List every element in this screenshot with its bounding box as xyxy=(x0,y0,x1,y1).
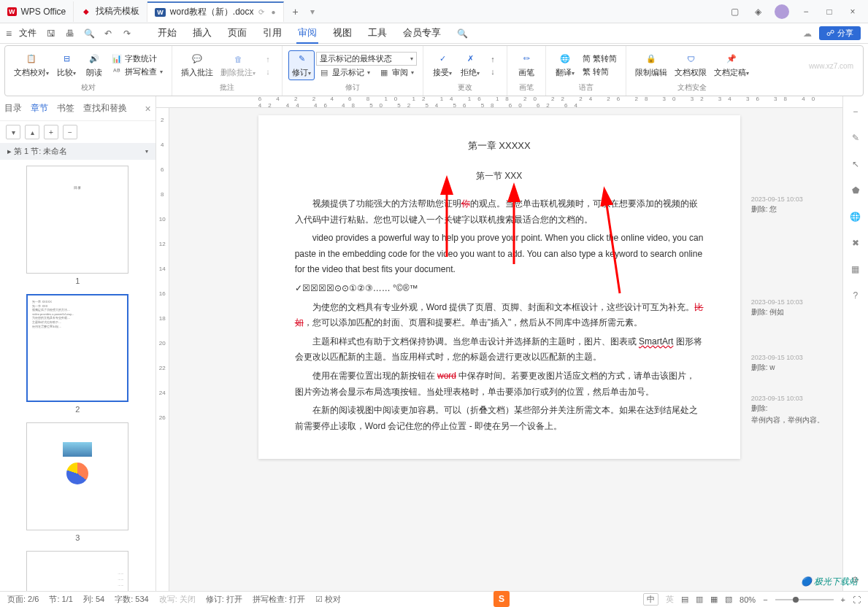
pen-icon[interactable]: ✎ xyxy=(849,131,862,144)
revision-item[interactable]: 2023-09-15 10:03 删除: 您 xyxy=(751,196,842,214)
view-read-icon[interactable]: ▥ xyxy=(696,595,703,604)
accept-button[interactable]: ✓接受▾ xyxy=(429,51,456,80)
avatar[interactable] xyxy=(775,4,789,19)
zoom-out-button[interactable]: − xyxy=(763,595,767,604)
zoom-slider[interactable] xyxy=(775,599,834,600)
cube-icon[interactable]: ◈ xyxy=(751,5,764,18)
status-overwrite[interactable]: 改写: 关闭 xyxy=(159,594,196,605)
undo-icon[interactable]: ↶ xyxy=(101,28,115,39)
thumbnail[interactable]: 3 xyxy=(12,422,144,542)
view-outline-icon[interactable]: ▧ xyxy=(725,595,732,604)
view-web-icon[interactable]: ▦ xyxy=(710,595,718,604)
delete-comment-button[interactable]: 🗑删除批注▾ xyxy=(218,51,258,80)
tab-tools[interactable]: 工具 xyxy=(366,23,388,44)
thumbnail[interactable]: 目录 1 xyxy=(12,166,144,285)
spell-check-button[interactable]: ᴬᴮ拼写检查▾ xyxy=(109,66,166,78)
show-markup-button[interactable]: ▤显示标记▾ xyxy=(316,66,373,79)
prev-comment-button[interactable]: ↑ xyxy=(260,53,276,65)
revision-item[interactable]: 2023-09-15 10:03 删除: w xyxy=(751,354,842,373)
close-window-button[interactable]: × xyxy=(846,5,859,18)
ruler-horizontal[interactable]: 6 4 2 2 4 6 8 10 12 14 16 18 20 22 24 26… xyxy=(156,96,842,108)
next-change-button[interactable]: ↓ xyxy=(485,66,501,77)
redo-icon[interactable]: ↷ xyxy=(120,28,134,39)
doc-proof-button[interactable]: 📋文档校对▾ xyxy=(11,51,52,80)
page[interactable]: 第一章 XXXXX 第一节 XXX 视频提供了功能强大的方法帮助您证明你的观点。… xyxy=(258,115,740,459)
globe-icon[interactable]: 🌐 xyxy=(849,210,862,223)
preview-icon[interactable]: 🔍 xyxy=(82,28,96,39)
tab-member[interactable]: 会员专享 xyxy=(402,23,442,44)
finalize-button[interactable]: 📌文档定稿▾ xyxy=(711,51,752,80)
ime-ch-button[interactable]: 中 xyxy=(643,593,658,606)
print-icon[interactable]: 🖶 xyxy=(63,28,77,39)
collapse-icon[interactable]: − xyxy=(849,105,862,118)
save-icon[interactable]: 🖫 xyxy=(44,28,58,39)
review-pane-button[interactable]: ▦审阅▾ xyxy=(376,66,417,79)
revision-item[interactable]: 2023-09-15 10:03 删除: 举例内容，举例内容。 xyxy=(751,395,842,425)
tab-page[interactable]: 页面 xyxy=(226,23,248,44)
sb-add-button[interactable]: + xyxy=(44,125,58,139)
reject-button[interactable]: ✗拒绝▾ xyxy=(457,51,483,80)
sidebar-close-icon[interactable]: × xyxy=(145,103,151,115)
status-revise[interactable]: 修订: 打开 xyxy=(206,594,242,605)
status-spell[interactable]: 拼写检查: 打开 xyxy=(253,594,305,605)
tab-reference[interactable]: 引用 xyxy=(261,23,283,44)
new-tab-button[interactable]: + xyxy=(284,6,307,18)
help-icon[interactable]: ? xyxy=(849,289,862,302)
fullscreen-icon[interactable]: ⛶ xyxy=(853,595,861,604)
sidebar-tab-bookmarks[interactable]: 书签 xyxy=(57,102,74,115)
sidebar-tab-find[interactable]: 查找和替换 xyxy=(83,102,127,115)
thumbnails-panel[interactable]: 目录 1 第一章 XXXXX第一节 XXX视频提供了功能强大的方法...vide… xyxy=(0,160,155,594)
file-menu[interactable]: 文件 xyxy=(19,27,37,39)
status-words[interactable]: 字数: 534 xyxy=(115,594,148,605)
sidebar-section-header[interactable]: ▸ 第 1 节: 未命名▾ xyxy=(0,143,155,160)
maximize-button[interactable]: □ xyxy=(823,5,836,18)
thumbnail[interactable]: 第一章 XXXXX第一节 XXX视频提供了功能强大的方法...video pro… xyxy=(12,294,144,414)
word-count-button[interactable]: 📊字数统计 xyxy=(109,53,166,65)
document-scroll[interactable]: 第一章 XXXXX 第一节 XXX 视频提供了功能强大的方法帮助您证明你的观点。… xyxy=(156,108,842,594)
next-comment-button[interactable]: ↓ xyxy=(260,66,276,77)
restrict-edit-button[interactable]: 🔒限制编辑 xyxy=(632,51,670,80)
trad-to-simp-button[interactable]: 简 繁转简 xyxy=(580,53,620,65)
shape-icon[interactable]: ⬟ xyxy=(849,184,862,197)
thumbnail[interactable]: ... ...... ...... ...... ... 4 xyxy=(12,551,144,594)
search-icon[interactable]: 🔍 xyxy=(457,28,468,39)
cloud-icon[interactable]: ☁ xyxy=(803,28,812,39)
ime-badge[interactable]: S xyxy=(493,591,510,607)
tab-start[interactable]: 开始 xyxy=(156,23,178,44)
status-proofread[interactable]: ☑ 校对 xyxy=(315,594,341,605)
sb-down-button[interactable]: ▾ xyxy=(6,125,20,139)
refresh-icon[interactable]: ⟳ xyxy=(258,8,264,16)
share-button[interactable]: ☍ 分享 xyxy=(819,26,861,40)
sb-up-button[interactable]: ▴ xyxy=(25,125,39,139)
read-aloud-button[interactable]: 🔊朗读 xyxy=(81,51,107,80)
compare-button[interactable]: ⊟比较▾ xyxy=(53,51,80,80)
sidebar-tab-toc[interactable]: 目录 xyxy=(4,102,22,115)
close-tab-icon[interactable]: ● xyxy=(272,8,276,16)
status-col[interactable]: 列: 54 xyxy=(83,594,104,605)
view-print-icon[interactable]: ▤ xyxy=(681,595,688,604)
sidebar-tab-chapters[interactable]: 章节 xyxy=(31,102,48,115)
tools-icon[interactable]: ✖ xyxy=(849,236,862,250)
tab-view[interactable]: 视图 xyxy=(331,23,353,44)
track-changes-button[interactable]: ✎修订▾ xyxy=(288,50,315,80)
doc-permission-button[interactable]: 🛡文档权限 xyxy=(672,51,710,80)
ime-en-button[interactable]: 英 xyxy=(666,594,674,605)
brush-button[interactable]: ✏画笔 xyxy=(513,51,539,80)
tab-templates[interactable]: ◆ 找稿壳模板 xyxy=(74,1,147,22)
app-menu-icon[interactable]: ▢ xyxy=(728,5,741,18)
tab-overflow-icon[interactable]: ▾ xyxy=(310,7,315,17)
status-section[interactable]: 节: 1/1 xyxy=(49,594,72,605)
tab-review[interactable]: 审阅 xyxy=(296,23,318,44)
sb-remove-button[interactable]: − xyxy=(63,125,77,139)
minimize-button[interactable]: − xyxy=(799,5,813,18)
tab-document[interactable]: W word教程（新）.docx ⟳ ● xyxy=(147,1,283,22)
select-icon[interactable]: ↖ xyxy=(849,158,862,171)
translate-button[interactable]: 🌐翻译▾ xyxy=(552,51,578,80)
zoom-in-button[interactable]: + xyxy=(841,595,845,604)
zoom-label[interactable]: 80% xyxy=(740,595,756,604)
display-mode-dropdown[interactable]: 显示标记的最终状态▾ xyxy=(316,52,417,66)
simp-to-trad-button[interactable]: 繁 转简 xyxy=(580,66,620,78)
status-page[interactable]: 页面: 2/6 xyxy=(7,594,39,605)
revision-item[interactable]: 2023-09-15 10:03 删除: 例如 xyxy=(751,298,842,317)
layout-icon[interactable]: ▦ xyxy=(849,263,862,276)
